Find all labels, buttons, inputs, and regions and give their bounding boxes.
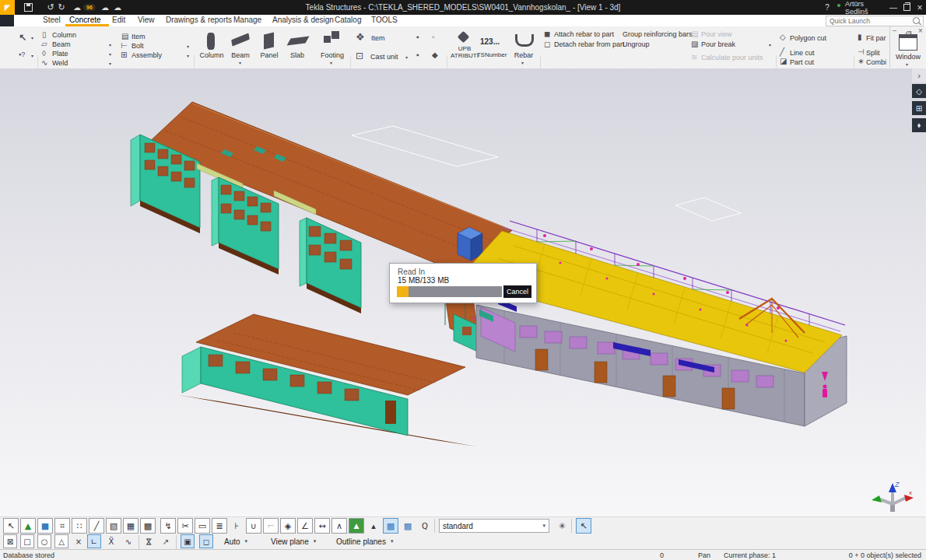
polygon-cut-button[interactable]: Polygon cut bbox=[790, 34, 826, 42]
select-lines-button[interactable]: ╱ bbox=[89, 518, 104, 534]
select-single-rebar-button[interactable]: ∪ bbox=[246, 518, 261, 534]
tab-edit[interactable]: Edit bbox=[112, 16, 125, 24]
create-render-image-button[interactable]: ▲ bbox=[349, 518, 364, 534]
beam-caret[interactable]: ▾ bbox=[109, 43, 111, 47]
pointer-tool-icon[interactable]: ↖ bbox=[19, 33, 26, 42]
select-views-button[interactable]: ▭ bbox=[195, 518, 210, 534]
close-button[interactable]: × bbox=[914, 0, 926, 15]
tab-analysis-design[interactable]: Analysis & design bbox=[272, 16, 334, 24]
ribbon-item-column[interactable]: Column bbox=[52, 31, 76, 39]
window-button[interactable]: Window bbox=[894, 53, 922, 61]
cast-unit-button[interactable]: Cast unit bbox=[370, 53, 398, 61]
save-icon[interactable] bbox=[22, 0, 34, 15]
split-button[interactable]: Split bbox=[866, 49, 880, 57]
view-filter-settings-button[interactable]: ✳ bbox=[554, 518, 570, 534]
rebar-tool-2-icon[interactable]: ▫ bbox=[432, 33, 435, 41]
snap-plane-combo[interactable]: View plane ▾ bbox=[271, 535, 316, 548]
upb-atributi-button-line2[interactable]: ATRIBUTI bbox=[450, 52, 479, 59]
select-polylines-button[interactable]: ∧ bbox=[331, 518, 347, 534]
tab-tools[interactable]: TOOLS bbox=[371, 16, 398, 24]
concrete-slab-icon[interactable] bbox=[289, 37, 307, 44]
ribbon-item-beam[interactable]: Beam bbox=[52, 40, 71, 48]
snap-grid-button[interactable]: ▩ bbox=[400, 518, 416, 534]
group-bars-button[interactable]: Group reinforcing bars bbox=[623, 30, 693, 38]
concrete-panel-button[interactable]: Panel bbox=[255, 51, 283, 59]
select-bolts-button[interactable]: ⊦ bbox=[229, 518, 244, 534]
cloud-icon[interactable]: ☁ bbox=[112, 0, 123, 15]
select-fittings-button[interactable]: ≣ bbox=[212, 518, 227, 534]
pour-break-caret[interactable]: ▾ bbox=[769, 43, 771, 47]
side-panel-components-icon[interactable]: ⊞ bbox=[912, 101, 926, 115]
line-cut-button[interactable]: Line cut bbox=[790, 49, 815, 57]
tsnumber-button[interactable]: TSNumber bbox=[476, 51, 507, 58]
select-mesh-button[interactable]: ▩ bbox=[140, 518, 156, 534]
inquire-tool-caret[interactable]: ▾ bbox=[31, 54, 33, 58]
tab-concrete[interactable]: Concrete bbox=[69, 16, 101, 24]
concrete-column-button[interactable]: Column bbox=[198, 51, 226, 59]
bolt-caret[interactable]: ▾ bbox=[187, 44, 189, 49]
user-name[interactable]: Artūrs Sedliņš bbox=[845, 0, 886, 15]
fit-part-end-button[interactable]: Fit par bbox=[866, 34, 886, 42]
side-panel-3d-model-icon[interactable]: ◇ bbox=[912, 84, 926, 98]
tab-steel[interactable]: Steel bbox=[43, 16, 61, 24]
snap-curve-button[interactable]: ∿ bbox=[121, 534, 135, 548]
assembly-caret[interactable]: ▾ bbox=[187, 54, 189, 58]
tab-view[interactable]: View bbox=[138, 16, 155, 24]
select-loads-button[interactable]: ◈ bbox=[280, 518, 296, 534]
mdi-close-button[interactable]: × bbox=[918, 26, 923, 35]
select-planes-button[interactable]: ∠ bbox=[297, 518, 313, 534]
rebar-button[interactable]: Rebar bbox=[512, 51, 535, 59]
footing-button[interactable]: Footing bbox=[318, 51, 346, 59]
ungroup-button[interactable]: Ungroup bbox=[623, 40, 650, 48]
concrete-beam-icon[interactable] bbox=[231, 37, 250, 43]
pointer-tool-caret[interactable]: ▾ bbox=[31, 36, 33, 40]
plate-caret[interactable]: ▾ bbox=[109, 52, 111, 57]
undo-icon[interactable]: ↺ bbox=[45, 0, 56, 15]
snap-extension-button[interactable]: Ẍ bbox=[104, 534, 118, 548]
select-pointer-button[interactable]: ↖ bbox=[3, 518, 19, 534]
combine-button[interactable]: Combi bbox=[866, 58, 886, 66]
window-icon[interactable] bbox=[899, 34, 917, 51]
snap-any-position-button[interactable]: △ bbox=[54, 534, 68, 548]
cloud-upload-icon[interactable]: ☁ bbox=[100, 0, 110, 15]
weld-caret[interactable]: ▾ bbox=[109, 61, 111, 66]
quick-launch-input[interactable] bbox=[826, 16, 924, 26]
minimize-button[interactable]: — bbox=[887, 0, 900, 15]
detach-rebar-button[interactable]: Detach rebar from part bbox=[554, 40, 625, 48]
select-mode-button[interactable]: ↖ bbox=[576, 518, 591, 534]
select-cuts-button[interactable]: ✂ bbox=[177, 518, 193, 534]
tekla-logo-icon[interactable]: ◤ bbox=[0, 0, 15, 15]
inquire-tool-icon[interactable]: ▪? bbox=[19, 51, 25, 58]
help-icon[interactable]: ? bbox=[822, 0, 833, 15]
concrete-column-icon[interactable] bbox=[207, 33, 215, 50]
select-parts-button[interactable]: ▧ bbox=[106, 518, 121, 534]
snap-depth-combo[interactable]: Auto ▾ bbox=[224, 535, 247, 548]
side-pane-collapse-button[interactable]: › bbox=[912, 68, 926, 82]
cast-unit-caret[interactable]: ▾ bbox=[405, 55, 408, 60]
ribbon-item-weld[interactable]: Weld bbox=[52, 59, 68, 67]
restore-button[interactable] bbox=[900, 0, 913, 15]
upb-atributi-button[interactable]: UPB bbox=[450, 45, 479, 52]
cancel-button[interactable]: Cancel bbox=[503, 285, 531, 298]
relative-coordinates-button[interactable]: ↗ bbox=[159, 534, 173, 548]
model-viewport[interactable]: Z x › ◇ ⊞ ⬧ Read In 15 MB/133 MB Cancel bbox=[0, 68, 926, 516]
snap-reference-points-button[interactable]: ⊠ bbox=[3, 534, 17, 548]
snap-nearest-points-button[interactable]: ○ bbox=[37, 534, 51, 548]
ribbon-item-assembly[interactable]: Assembly bbox=[132, 51, 162, 59]
tab-manage[interactable]: Manage bbox=[233, 16, 261, 24]
cloud-download-icon[interactable]: ☁ bbox=[72, 0, 82, 15]
mdi-minimize-button[interactable]: – bbox=[893, 26, 896, 34]
item-button[interactable]: Item bbox=[371, 34, 385, 42]
tab-drawings-reports[interactable]: Drawings & reports bbox=[166, 16, 232, 24]
side-panel-tags-icon[interactable]: ⬧ bbox=[912, 118, 926, 132]
zoom-original-button[interactable]: Q bbox=[417, 518, 433, 534]
rebar-caret[interactable]: ▾ bbox=[521, 61, 524, 65]
concrete-slab-button[interactable]: Slab bbox=[283, 51, 311, 59]
select-surfaces-button[interactable]: ▦ bbox=[123, 518, 139, 534]
concrete-panel-icon[interactable] bbox=[264, 33, 274, 48]
rebar-tool-3-icon[interactable]: ▪ bbox=[416, 51, 419, 59]
select-distances-button[interactable]: ↔ bbox=[314, 518, 330, 534]
work-plane-button[interactable]: ▴ bbox=[366, 518, 381, 534]
rebar-tool-1-icon[interactable]: ▪ bbox=[416, 33, 419, 41]
select-surface-treatment-button[interactable]: ⌐ bbox=[263, 518, 279, 534]
